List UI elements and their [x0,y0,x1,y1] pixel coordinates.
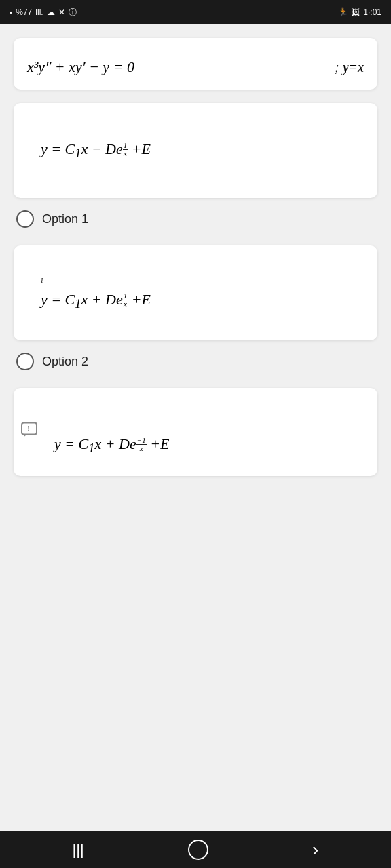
home-button[interactable] [188,840,208,860]
run-icon: 🏃 [338,7,348,17]
wifi-icon: ☁ [47,7,55,17]
option-3-box[interactable]: ! y = C1x + De−1x +E [14,388,377,476]
info-icon: ⓘ [69,7,77,18]
signal-bars-icon: lll. [35,7,43,17]
main-content: x³y″ + xy′ − y = 0 ; y=x y = C1x − De1x … [0,24,391,831]
image-icon: 🖼 [352,7,360,17]
back-icon: ||| [73,841,84,859]
battery-icon: ▪ [10,7,12,17]
option-2-radio[interactable] [16,353,34,370]
option-1-container: y = C1x − De1x +E Option 1 [14,103,377,235]
back-button[interactable]: ||| [73,841,84,859]
signal-text: %77 [16,7,32,17]
forward-button[interactable]: › [312,839,318,861]
option-3-formula: y = C1x + De−1x +E [27,435,169,456]
question-area: x³y″ + xy′ − y = 0 ; y=x [14,38,377,90]
option-1-radio[interactable] [16,210,34,228]
condition-text: ; y=x [335,60,364,75]
option-3-container: ! y = C1x + De−1x +E [14,388,377,476]
option-2-formula: ı y = C1x + De1x +E [27,275,151,311]
status-left: ▪ %77 lll. ☁ ✕ ⓘ [10,7,77,18]
nav-bar: ||| › [0,831,391,868]
option-2-container: ı y = C1x + De1x +E Option 2 [14,245,377,377]
equation-text: x³y″ + xy′ − y = 0 [27,58,134,76]
option-1-text: Option 1 [42,212,88,226]
option-2-label[interactable]: Option 2 [14,346,377,377]
status-bar: ▪ %77 lll. ☁ ✕ ⓘ 🏃 🖼 1·:01 [0,0,391,24]
svg-text:!: ! [27,424,30,433]
home-icon [188,840,208,860]
comment-icon: ! [20,422,38,443]
option-2-text: Option 2 [42,355,88,369]
forward-icon: › [312,839,318,861]
option-1-label[interactable]: Option 1 [14,203,377,235]
option-2-box[interactable]: ı y = C1x + De1x +E [14,245,377,340]
option-1-formula: y = C1x − De1x +E [27,140,151,161]
option-1-box[interactable]: y = C1x − De1x +E [14,103,377,198]
question-equation: x³y″ + xy′ − y = 0 ; y=x [27,58,364,76]
status-right: 🏃 🖼 1·:01 [338,7,381,17]
time-display: 1·:01 [363,7,381,17]
cross-icon: ✕ [58,7,65,17]
